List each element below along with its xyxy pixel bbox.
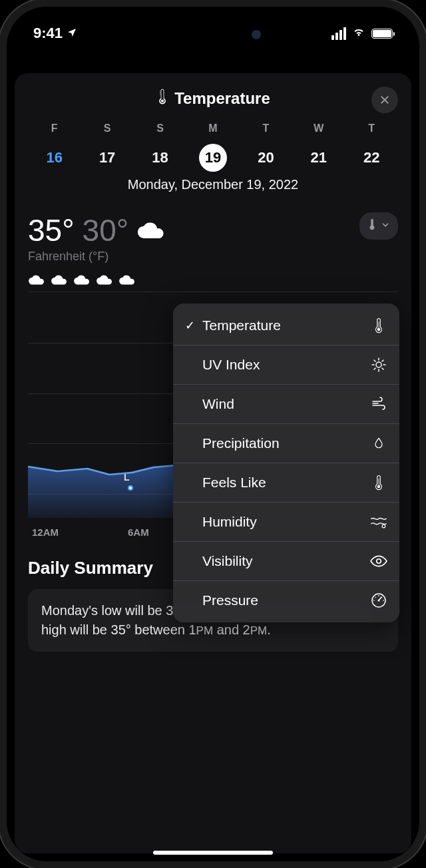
hourly-condition-row [28,272,398,292]
svg-point-2 [376,362,381,367]
wifi-icon [351,25,366,42]
metric-dropdown[interactable]: ✓TemperatureUV IndexWindPrecipitationFee… [173,304,399,622]
day-column[interactable]: T22 [345,122,398,172]
day-number[interactable]: 19 [199,144,227,172]
day-number[interactable]: 17 [93,144,121,172]
chart-x-labels: 12AM 6AM [32,527,149,538]
meridiem: PM [196,624,214,637]
close-icon [379,95,390,105]
dropdown-item[interactable]: Pressure [173,581,399,620]
day-letter: S [81,122,133,134]
humidity-icon [370,513,387,531]
thermometer-icon [156,88,169,109]
day-column[interactable]: S18 [134,122,186,172]
home-indicator[interactable] [153,851,273,855]
x-label: 12AM [32,527,59,538]
camera-dot [252,30,261,39]
location-icon [67,25,77,42]
checkmark-icon: ✓ [185,318,202,333]
day-number[interactable]: 20 [252,144,280,172]
thermometer-icon [370,317,387,334]
cellular-icon [331,27,346,40]
x-label: 6AM [128,527,149,538]
meridiem: PM [250,624,268,637]
day-number[interactable]: 16 [41,144,69,172]
dropdown-item-label: Feels Like [202,475,370,491]
cloud-icon [96,272,113,292]
dropdown-item-label: Visibility [202,553,370,569]
gauge-icon [370,592,387,609]
cloud-icon [51,272,68,292]
dropdown-item[interactable]: UV Index [173,345,399,385]
dropdown-item[interactable]: Visibility [173,542,399,581]
dropdown-item-label: Temperature [202,318,370,333]
low-marker-label: L [124,472,130,483]
unit-label: Fahrenheit (°F) [28,250,398,264]
svg-point-1 [377,328,381,331]
wind-icon [370,395,387,413]
day-column[interactable]: M19 [186,122,239,172]
thermometer-icon [367,218,377,234]
day-number[interactable]: 21 [305,144,333,172]
day-column[interactable]: W21 [292,122,345,172]
svg-point-3 [377,485,381,489]
day-letter: S [134,122,186,134]
day-column[interactable]: T20 [240,122,292,172]
dynamic-island [153,21,273,48]
low-marker-dot [128,485,133,491]
dropdown-item-label: UV Index [202,357,370,373]
dropdown-item-label: Precipitation [202,435,370,451]
panel-title: Temperature [174,89,270,108]
day-column[interactable]: F16 [28,122,81,172]
day-number[interactable]: 18 [146,144,174,172]
day-picker[interactable]: F16S17S18M19T20W21T22 [28,122,398,172]
dropdown-item[interactable]: Feels Like [173,463,399,503]
chart-line [28,458,176,518]
day-letter: T [345,122,398,134]
metric-selector-button[interactable] [359,212,398,240]
dropdown-item-label: Pressure [202,592,370,608]
close-button[interactable] [371,87,398,113]
thermometer-icon [370,474,387,491]
dropdown-item-label: Wind [202,396,370,412]
cloud-icon [28,272,45,292]
sun-icon [370,356,387,373]
chevron-down-icon [381,219,390,233]
low-temp: 30° [83,212,129,248]
day-letter: F [28,122,81,134]
day-column[interactable]: S17 [81,122,133,172]
battery-icon [371,29,393,39]
high-temp: 35° [28,212,75,248]
status-time: 9:41 [33,25,63,42]
eye-icon [370,552,387,570]
cloud-icon [73,272,91,292]
dropdown-item[interactable]: Wind [173,385,399,424]
dropdown-item[interactable]: ✓Temperature [173,306,399,345]
day-letter: T [240,122,292,134]
day-number[interactable]: 22 [357,144,385,172]
dropdown-item[interactable]: Precipitation [173,424,399,463]
panel-header: Temperature [28,88,398,109]
temperature-readout: 35° 30° [28,212,398,248]
day-letter: M [186,122,239,134]
svg-point-0 [161,99,164,102]
droplet-icon [370,435,387,452]
device-frame: 9:41 Temperature [7,7,419,861]
cloud-icon [118,272,136,292]
svg-point-4 [377,559,381,564]
cloud-icon [136,212,166,248]
day-letter: W [292,122,345,134]
dropdown-item-label: Humidity [202,514,370,530]
dropdown-item[interactable]: Humidity [173,503,399,542]
weather-detail-panel: Temperature F16S17S18M19T20W21T22 Monday… [15,73,411,853]
selected-date: Monday, December 19, 2022 [28,177,398,192]
